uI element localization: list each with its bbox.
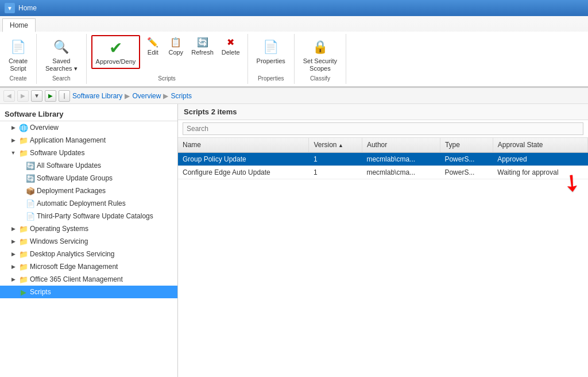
refresh-icon: 🔄 <box>197 37 208 48</box>
expand-app-mgmt: ▶ <box>9 136 17 144</box>
nav-back-button[interactable]: ◀ <box>3 90 15 102</box>
windows-servicing-icon: 📁 <box>19 237 28 246</box>
table-header-row: Name Version Author Type Approval State <box>178 138 588 152</box>
refresh-button[interactable]: 🔄 Refresh <box>188 35 216 57</box>
sidebar-item-all-software-updates[interactable]: 🔄 All Software Updates <box>0 159 177 172</box>
sidebar-item-app-management[interactable]: ▶ 📁 Application Management <box>0 134 177 147</box>
table-row[interactable]: Group Policy Update1mecmlab\cma...PowerS… <box>178 152 588 166</box>
copy-button[interactable]: 📋 Copy <box>165 35 186 57</box>
saved-searches-icon: 🔍 <box>52 38 71 56</box>
scripts-icon: ▶ <box>19 287 28 297</box>
search-bar <box>178 120 588 138</box>
create-script-label: CreateScript <box>9 57 28 72</box>
ribbon-tab-home[interactable]: Home <box>2 18 36 32</box>
scripts-table: Name Version Author Type Approval State … <box>178 138 588 179</box>
classify-group-label: Classify <box>299 75 341 83</box>
properties-button[interactable]: 📄 Properties <box>253 35 289 68</box>
office365-icon: 📁 <box>19 275 28 284</box>
properties-icon: 📄 <box>262 38 280 56</box>
tab-home[interactable]: Home <box>18 4 37 12</box>
search-group-label: Search <box>41 75 82 83</box>
col-author[interactable]: Author <box>362 138 440 152</box>
approve-deny-button[interactable]: ✔ Approve/Deny <box>91 35 141 69</box>
create-group-label: Create <box>5 75 32 83</box>
sidebar-item-overview[interactable]: ▶ 🌐 Overview <box>0 121 177 134</box>
refresh-label: Refresh <box>191 49 214 56</box>
overview-icon: 🌐 <box>19 123 28 132</box>
nav-forward-button[interactable]: ▶ <box>17 90 29 102</box>
sidebar-label-all-updates: All Software Updates <box>37 161 101 170</box>
third-party-icon: 📄 <box>26 211 35 221</box>
sidebar-label-os: Operating Systems <box>30 225 88 233</box>
edit-icon: ✏️ <box>147 37 158 48</box>
col-approval-state[interactable]: Approval State <box>493 138 587 152</box>
sidebar-label-auto-deployment: Automatic Deployment Rules <box>37 199 126 207</box>
table-row[interactable]: Configure Edge Auto Update1mecmlab\cma..… <box>178 166 588 179</box>
delete-label: Delete <box>222 49 240 56</box>
sidebar-label-desktop-analytics: Desktop Analytics Servicing <box>30 250 114 258</box>
sidebar-label-office365: Office 365 Client Management <box>30 275 123 283</box>
sidebar-label-windows-servicing: Windows Servicing <box>30 237 88 245</box>
approve-deny-label: Approve/Deny <box>96 58 136 66</box>
copy-label: Copy <box>168 49 183 56</box>
nav-dropdown-button[interactable]: ▼ <box>31 90 42 102</box>
sidebar-item-ms-edge[interactable]: ▶ 📁 Microsoft Edge Management <box>0 260 177 273</box>
edge-icon: 📁 <box>19 262 28 271</box>
ribbon-group-properties: 📄 Properties Properties <box>248 34 295 84</box>
sidebar-title: Software Library <box>0 106 177 121</box>
expand-software-updates: ▼ <box>9 149 17 157</box>
col-version[interactable]: Version <box>309 138 362 152</box>
ribbon-tabs: Home <box>0 18 588 32</box>
sidebar-item-label: Overview <box>30 124 59 132</box>
sidebar-item-scripts[interactable]: ▶ Scripts <box>0 286 177 298</box>
sidebar-label-scripts: Scripts <box>30 288 51 296</box>
sidebar-item-auto-deployment[interactable]: 📄 Automatic Deployment Rules <box>0 197 177 210</box>
sidebar-label-software-updates: Software Updates <box>30 149 84 157</box>
content-panel: Scripts 2 items ➘ Name Version Author Ty… <box>178 104 588 377</box>
copy-icon: 📋 <box>170 37 181 48</box>
sidebar-item-desktop-analytics[interactable]: ▶ 📁 Desktop Analytics Servicing <box>0 248 177 260</box>
software-updates-icon: 📁 <box>19 148 28 157</box>
col-name[interactable]: Name <box>178 138 309 152</box>
create-script-button[interactable]: 📄 CreateScript <box>5 35 32 75</box>
sidebar-label-app-management: Application Management <box>30 136 106 144</box>
ribbon-group-create: 📄 CreateScript Create <box>0 34 37 84</box>
nav-separator: | <box>59 90 70 102</box>
sidebar-item-deployment-packages[interactable]: 📦 Deployment Packages <box>0 184 177 197</box>
col-type[interactable]: Type <box>440 138 493 152</box>
sidebar-item-software-updates[interactable]: ▼ 📁 Software Updates <box>0 147 177 159</box>
saved-searches-label: SavedSearches ▾ <box>45 57 78 72</box>
sidebar-label-third-party: Third-Party Software Update Catalogs <box>37 212 153 220</box>
search-input[interactable] <box>183 122 583 135</box>
desktop-analytics-icon: 📁 <box>19 249 28 259</box>
sidebar-item-windows-servicing[interactable]: ▶ 📁 Windows Servicing <box>0 235 177 248</box>
security-scopes-icon: 🔒 <box>311 38 329 56</box>
sidebar-label-update-groups: Software Update Groups <box>37 174 113 182</box>
sidebar-item-update-groups[interactable]: 🔄 Software Update Groups <box>0 172 177 184</box>
app-icon: ▼ <box>5 3 15 13</box>
delete-button[interactable]: ✖ Delete <box>219 35 243 57</box>
app-management-icon: 📁 <box>19 136 28 145</box>
breadcrumb-software-library[interactable]: Software Library <box>72 92 122 100</box>
breadcrumb-overview[interactable]: Overview <box>132 92 161 100</box>
edit-button[interactable]: ✏️ Edit <box>142 35 163 57</box>
expand-overview: ▶ <box>9 124 17 132</box>
saved-searches-button[interactable]: 🔍 SavedSearches ▾ <box>41 35 82 75</box>
content-header: Scripts 2 items <box>178 104 588 120</box>
os-icon: 📁 <box>19 224 28 233</box>
all-updates-icon: 🔄 <box>26 161 35 170</box>
security-scopes-label: Set SecurityScopes <box>303 57 337 72</box>
expand-all-updates <box>16 161 24 170</box>
sidebar-item-operating-systems[interactable]: ▶ 📁 Operating Systems <box>0 222 177 235</box>
breadcrumb: Software Library ▶ Overview ▶ Scripts <box>72 92 192 100</box>
nav-bar: ◀ ▶ ▼ ▶ | Software Library ▶ Overview ▶ … <box>0 88 588 104</box>
nav-play-button[interactable]: ▶ <box>45 90 56 102</box>
set-security-scopes-button[interactable]: 🔒 Set SecurityScopes <box>299 35 341 75</box>
sidebar-item-third-party-catalogs[interactable]: 📄 Third-Party Software Update Catalogs <box>0 210 177 222</box>
auto-deploy-icon: 📄 <box>26 199 35 208</box>
table-container: ➘ Name Version Author Type Approval Stat… <box>178 138 588 377</box>
properties-group-label: Properties <box>253 75 289 83</box>
breadcrumb-scripts[interactable]: Scripts <box>171 92 192 100</box>
sidebar-item-office365[interactable]: ▶ 📁 Office 365 Client Management <box>0 273 177 286</box>
ribbon-group-classify: 🔒 Set SecurityScopes Classify <box>295 34 346 84</box>
